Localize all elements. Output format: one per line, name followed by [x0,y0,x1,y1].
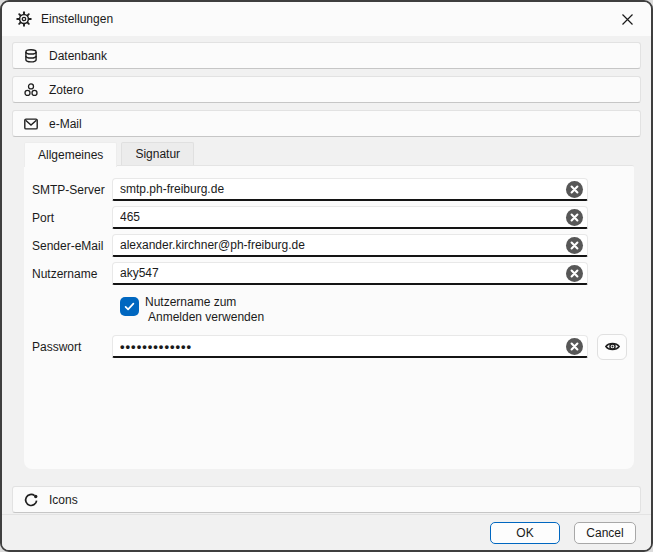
dialog-title: Einstellungen [41,12,113,26]
nutzername-row: Nutzername [32,262,634,285]
sender-label: Sender-eMail [32,239,112,253]
sender-input[interactable] [120,235,566,255]
clear-circle-icon[interactable] [566,237,583,254]
checkmark-icon [121,298,138,315]
database-icon [22,47,39,64]
ok-button[interactable]: OK [490,522,560,544]
clear-circle-icon[interactable] [566,265,583,282]
reveal-password-button[interactable] [597,334,627,360]
titlebar: Einstellungen [2,2,651,36]
footer-bar: OK Cancel [2,514,651,550]
nutzername-textbox [112,262,588,285]
port-textbox [112,206,588,229]
login-checkbox-label[interactable]: Nutzername zum Anmelden verwenden [145,295,264,325]
nutzername-input[interactable] [120,263,566,283]
cancel-button[interactable]: Cancel [574,522,636,544]
section-label-zotero: Zotero [49,83,84,97]
clear-circle-icon[interactable] [566,338,583,355]
smtp-row: SMTP-Server [32,178,634,201]
email-settings-panel: SMTP-Server Port Sender-eMail [24,165,634,469]
section-label-datenbank: Datenbank [49,49,107,63]
section-label-icons: Icons [49,493,78,507]
close-button[interactable] [613,7,641,31]
section-icons[interactable]: Icons [12,486,641,513]
passwort-row: Passwort [32,335,634,358]
clear-circle-icon[interactable] [566,209,583,226]
refresh-icon [22,491,39,508]
email-tab-bar: Allgemeines Signatur [24,142,198,167]
section-datenbank[interactable]: Datenbank [12,42,641,69]
section-zotero[interactable]: Zotero [12,76,641,103]
port-input[interactable] [120,207,566,227]
smtp-input[interactable] [120,179,566,199]
login-checkbox[interactable] [120,297,139,316]
close-icon [619,11,636,28]
login-checkbox-label-line2: Anmelden verwenden [145,310,264,325]
clear-circle-icon[interactable] [566,181,583,198]
gear-icon [15,11,32,28]
login-checkbox-label-line1: Nutzername zum [145,295,264,310]
section-email[interactable]: e-Mail [12,110,641,137]
zotero-knot-icon [22,81,39,98]
login-checkbox-row: Nutzername zum Anmelden verwenden [120,295,634,327]
smtp-textbox [112,178,588,201]
smtp-label: SMTP-Server [32,183,112,197]
tab-signatur[interactable]: Signatur [121,142,194,165]
section-label-email: e-Mail [49,117,82,131]
port-row: Port [32,206,634,229]
eye-icon [604,338,621,355]
passwort-textbox [112,335,588,358]
passwort-label: Passwort [32,340,112,354]
sender-row: Sender-eMail [32,234,634,257]
settings-dialog: Einstellungen Datenbank [0,0,653,552]
port-label: Port [32,211,112,225]
tab-allgemeines[interactable]: Allgemeines [24,142,117,167]
envelope-icon [22,115,39,132]
passwort-input[interactable] [120,336,566,356]
nutzername-label: Nutzername [32,267,112,281]
sender-textbox [112,234,588,257]
